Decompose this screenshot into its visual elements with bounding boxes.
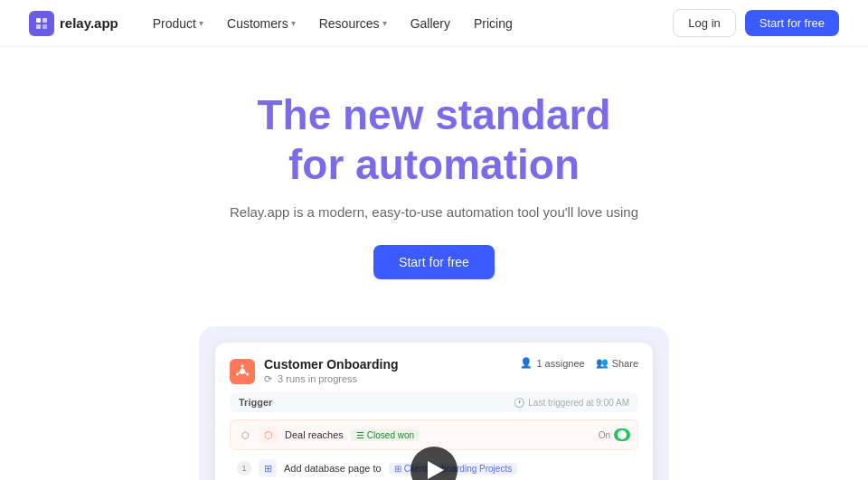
svg-rect-2 — [36, 24, 41, 29]
demo-wrapper: Customer Onboarding ⟳ 3 runs in progress… — [199, 326, 669, 480]
table-icon: ⊞ — [394, 464, 401, 474]
hero-section: The new standard for automation Relay.ap… — [0, 47, 868, 297]
hero-subtitle: Relay.app is a modern, easy-to-use autom… — [18, 204, 850, 220]
toggle-on: On — [599, 428, 630, 441]
logo-icon — [29, 11, 54, 36]
demo-title-group: Customer Onboarding ⟳ 3 runs in progress — [264, 357, 399, 385]
trigger-time: 🕐 Last triggered at 9:00 AM — [514, 398, 629, 408]
toggle-dot — [618, 430, 627, 439]
login-button[interactable]: Log in — [673, 9, 735, 37]
nav-actions: Log in Start for free — [673, 9, 839, 37]
logo-text: relay.app — [60, 15, 118, 31]
svg-point-5 — [241, 364, 244, 367]
connector-icon: ⬡ — [238, 430, 252, 440]
svg-rect-0 — [36, 18, 41, 23]
hubspot-icon — [230, 359, 255, 384]
svg-line-10 — [239, 372, 241, 373]
svg-point-6 — [246, 372, 249, 375]
user-icon: 👤 — [520, 357, 533, 369]
start-for-free-button[interactable]: Start for free — [745, 10, 839, 36]
nav-customers[interactable]: Customers ▾ — [218, 11, 305, 36]
hero-cta-button[interactable]: Start for free — [373, 245, 495, 279]
clock-icon: 🕐 — [514, 398, 524, 408]
trigger-bar: Trigger 🕐 Last triggered at 9:00 AM — [230, 392, 638, 412]
svg-rect-1 — [42, 18, 47, 23]
closed-won-tag: ☰ Closed won — [351, 429, 420, 441]
database-icon: ⊞ — [259, 459, 277, 477]
workflow-title: Customer Onboarding — [264, 357, 399, 372]
logo[interactable]: relay.app — [29, 11, 118, 36]
demo-header-left: Customer Onboarding ⟳ 3 runs in progress — [230, 357, 399, 385]
chevron-down-icon: ▾ — [199, 18, 203, 28]
toggle-switch[interactable] — [614, 428, 630, 441]
demo-meta: 👤 1 assignee 👥 Share — [520, 357, 638, 369]
hubspot-row-icon: ⬡ — [259, 426, 278, 444]
row-number-1: 1 — [237, 461, 251, 475]
chevron-down-icon: ▾ — [291, 18, 296, 28]
svg-rect-3 — [42, 24, 47, 29]
nav-links: Product ▾ Customers ▾ Resources ▾ Galler… — [144, 11, 674, 36]
navbar: relay.app Product ▾ Customers ▾ Resource… — [0, 0, 868, 47]
tag-icon: ☰ — [356, 430, 364, 440]
assignee-meta: 👤 1 assignee — [520, 357, 584, 369]
share-meta[interactable]: 👥 Share — [596, 357, 638, 369]
nav-resources[interactable]: Resources ▾ — [310, 11, 396, 36]
demo-card-header: Customer Onboarding ⟳ 3 runs in progress… — [230, 357, 638, 385]
play-icon — [428, 461, 444, 479]
runs-badge: ⟳ 3 runs in progress — [264, 373, 399, 385]
nav-product[interactable]: Product ▾ — [144, 11, 212, 36]
nav-gallery[interactable]: Gallery — [401, 11, 459, 36]
chevron-down-icon: ▾ — [382, 18, 387, 28]
nav-pricing[interactable]: Pricing — [465, 11, 522, 36]
share-icon: 👥 — [596, 357, 609, 369]
hero-title: The new standard for automation — [18, 90, 850, 190]
svg-point-4 — [240, 369, 245, 374]
svg-line-9 — [245, 372, 247, 373]
svg-point-7 — [236, 372, 239, 375]
